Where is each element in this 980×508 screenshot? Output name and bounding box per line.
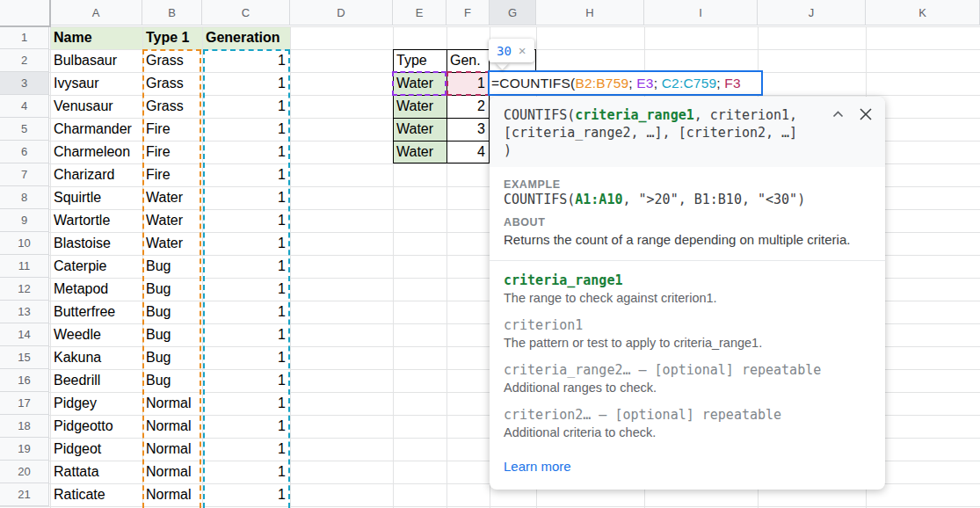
row-header-16[interactable]: 16	[0, 369, 49, 392]
type-cell[interactable]: Bug	[142, 301, 202, 323]
main-table-header[interactable]: Name	[50, 26, 142, 49]
lookup-header[interactable]: Gen.	[446, 49, 490, 72]
row-header-15[interactable]: 15	[0, 346, 49, 369]
row-header-19[interactable]: 19	[0, 438, 49, 461]
pokemon-name-cell[interactable]: Butterfree	[50, 301, 142, 323]
pokemon-name-cell[interactable]: Wartortle	[50, 209, 142, 232]
column-header-G[interactable]: G	[490, 0, 536, 25]
type-cell[interactable]: Water	[142, 232, 202, 255]
pokemon-name-cell[interactable]: Ivysaur	[50, 72, 142, 95]
pokemon-name-cell[interactable]: Charmander	[50, 118, 142, 141]
type-cell[interactable]: Normal	[142, 415, 202, 438]
column-header-A[interactable]: A	[50, 0, 142, 25]
learn-more-link[interactable]: Learn more	[504, 459, 571, 474]
pokemon-name-cell[interactable]: Venusaur	[50, 95, 142, 118]
generation-cell[interactable]: 1	[202, 95, 290, 118]
type-cell[interactable]: Bug	[142, 369, 202, 392]
row-header-20[interactable]: 20	[0, 461, 49, 483]
generation-cell[interactable]: 1	[202, 415, 290, 438]
generation-cell[interactable]: 1	[202, 346, 290, 369]
type-cell[interactable]: Fire	[142, 118, 202, 141]
generation-cell[interactable]: 1	[202, 186, 290, 209]
generation-cell[interactable]: 1	[202, 141, 290, 163]
generation-cell[interactable]: 1	[202, 278, 290, 301]
type-cell[interactable]: Water	[142, 209, 202, 232]
row-header-7[interactable]: 7	[0, 163, 49, 186]
lookup-gen-cell[interactable]: 4	[446, 141, 490, 163]
row-header-1[interactable]: 1	[0, 26, 49, 49]
row-header-17[interactable]: 17	[0, 392, 49, 415]
type-cell[interactable]: Grass	[142, 95, 202, 118]
lookup-gen-cell[interactable]: 3	[446, 118, 490, 141]
type-cell[interactable]: Bug	[142, 346, 202, 369]
type-cell[interactable]: Water	[142, 186, 202, 209]
type-cell[interactable]: Normal	[142, 438, 202, 461]
close-icon[interactable]	[859, 107, 873, 121]
row-header-5[interactable]: 5	[0, 118, 49, 141]
row-header-8[interactable]: 8	[0, 186, 49, 209]
column-header-F[interactable]: F	[446, 0, 490, 25]
pokemon-name-cell[interactable]: Raticate	[50, 483, 142, 506]
pokemon-name-cell[interactable]: Charizard	[50, 163, 142, 186]
pokemon-name-cell[interactable]: Rattata	[50, 461, 142, 483]
pokemon-name-cell[interactable]: Pidgey	[50, 392, 142, 415]
type-cell[interactable]: Fire	[142, 141, 202, 163]
pokemon-name-cell[interactable]: Kakuna	[50, 346, 142, 369]
row-header-4[interactable]: 4	[0, 95, 49, 118]
lookup-gen-cell[interactable]: 1	[446, 72, 490, 95]
generation-cell[interactable]: 1	[202, 255, 290, 278]
pokemon-name-cell[interactable]: Charmeleon	[50, 141, 142, 163]
lookup-type-cell[interactable]: Water	[393, 118, 446, 141]
main-table-header[interactable]: Generation	[202, 26, 290, 49]
collapse-chevron-icon[interactable]	[831, 108, 845, 121]
row-header-10[interactable]: 10	[0, 232, 49, 255]
generation-cell[interactable]: 1	[202, 232, 290, 255]
generation-cell[interactable]: 1	[202, 163, 290, 186]
generation-cell[interactable]: 1	[202, 301, 290, 323]
column-header-J[interactable]: J	[758, 0, 866, 25]
row-header-18[interactable]: 18	[0, 415, 49, 438]
lookup-type-cell[interactable]: Water	[393, 95, 446, 118]
type-cell[interactable]: Bug	[142, 255, 202, 278]
row-header-13[interactable]: 13	[0, 301, 49, 323]
pokemon-name-cell[interactable]: Pidgeotto	[50, 415, 142, 438]
type-cell[interactable]: Fire	[142, 163, 202, 186]
row-header-12[interactable]: 12	[0, 278, 49, 301]
generation-cell[interactable]: 1	[202, 49, 290, 72]
pokemon-name-cell[interactable]: Metapod	[50, 278, 142, 301]
row-header-2[interactable]: 2	[0, 49, 49, 72]
type-cell[interactable]: Bug	[142, 323, 202, 346]
row-header-3[interactable]: 3	[0, 72, 49, 95]
column-header-D[interactable]: D	[290, 0, 393, 25]
type-cell[interactable]: Normal	[142, 461, 202, 483]
dismiss-preview-icon[interactable]: ×	[519, 44, 526, 57]
generation-cell[interactable]: 1	[202, 461, 290, 483]
row-header-14[interactable]: 14	[0, 323, 49, 346]
generation-cell[interactable]: 1	[202, 72, 290, 95]
type-cell[interactable]: Normal	[142, 392, 202, 415]
pokemon-name-cell[interactable]: Blastoise	[50, 232, 142, 255]
generation-cell[interactable]: 1	[202, 483, 290, 506]
lookup-gen-cell[interactable]: 2	[446, 95, 490, 118]
generation-cell[interactable]: 1	[202, 392, 290, 415]
row-header-11[interactable]: 11	[0, 255, 49, 278]
type-cell[interactable]: Normal	[142, 483, 202, 506]
type-cell[interactable]: Grass	[142, 49, 202, 72]
pokemon-name-cell[interactable]: Pidgeot	[50, 438, 142, 461]
column-header-B[interactable]: B	[142, 0, 202, 25]
type-cell[interactable]: Grass	[142, 72, 202, 95]
main-table-header[interactable]: Type 1	[142, 26, 202, 49]
lookup-type-cell[interactable]: Water	[393, 72, 446, 95]
formula-input[interactable]: =COUNTIFS(B2:B759; E3; C2:C759; F3	[488, 70, 763, 96]
select-all-corner[interactable]	[0, 0, 51, 27]
row-header-6[interactable]: 6	[0, 141, 49, 163]
pokemon-name-cell[interactable]: Beedrill	[50, 369, 142, 392]
column-header-E[interactable]: E	[393, 0, 446, 25]
column-header-C[interactable]: C	[202, 0, 290, 25]
generation-cell[interactable]: 1	[202, 323, 290, 346]
row-header-21[interactable]: 21	[0, 483, 49, 506]
column-header-H[interactable]: H	[536, 0, 644, 25]
generation-cell[interactable]: 1	[202, 118, 290, 141]
pokemon-name-cell[interactable]: Weedle	[50, 323, 142, 346]
column-header-K[interactable]: K	[866, 0, 980, 25]
